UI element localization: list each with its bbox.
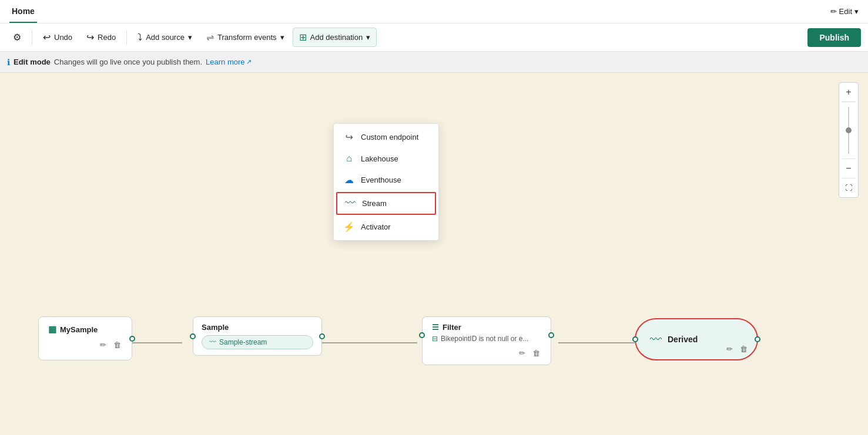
filter-output-dot xyxy=(548,332,554,338)
redo-label: Redo xyxy=(98,33,116,42)
custom-endpoint-label: Custom endpoint xyxy=(361,133,418,141)
stream-label: Stream xyxy=(362,199,387,208)
add-source-label: Add source xyxy=(146,33,185,42)
filter-edit-button[interactable]: ✏ xyxy=(518,348,527,359)
add-source-button[interactable]: ⤵ Add source ▾ xyxy=(132,29,198,46)
activator-label: Activator xyxy=(361,222,391,231)
filter-rule-icon: ⊟ xyxy=(432,335,438,343)
learn-more-label: Learn more xyxy=(206,58,244,66)
transform-events-label: Transform events xyxy=(217,33,277,42)
zoom-out-icon: − xyxy=(846,163,851,174)
settings-icon: ⚙ xyxy=(13,32,21,43)
external-link-icon: ↗ xyxy=(246,58,252,66)
redo-button[interactable]: ↪ Redo xyxy=(81,28,122,46)
filter-node-title: ☰ Filter xyxy=(432,323,541,332)
eventhouse-icon: ☁ xyxy=(343,174,355,186)
filter-icon: ☰ xyxy=(432,323,439,332)
zoom-in-icon: + xyxy=(846,87,851,97)
source-edit-button[interactable]: ✏ xyxy=(99,339,108,350)
dropdown-item-lakehouse[interactable]: ⌂ Lakehouse xyxy=(334,148,438,169)
zoom-fit-button[interactable]: ⛶ xyxy=(839,178,858,197)
stream-pill-label: Sample-stream xyxy=(219,338,267,346)
destination-delete-button[interactable]: 🗑 xyxy=(739,343,749,355)
dropdown-item-eventhouse[interactable]: ☁ Eventhouse xyxy=(334,169,438,191)
info-changes-text: Changes will go live once you publish th… xyxy=(54,58,202,66)
filter-node[interactable]: ☰ Filter ⊟ BikepointID is not null or e.… xyxy=(422,316,551,365)
stream-icon: 〰 xyxy=(344,197,356,210)
home-tab-label: Home xyxy=(12,6,35,16)
dropdown-item-stream[interactable]: 〰 Stream xyxy=(336,192,436,215)
edit-mode-label: Edit mode xyxy=(14,58,51,66)
source-node-title: ▦ MySample xyxy=(48,324,98,335)
add-source-icon: ⤵ xyxy=(138,32,142,43)
info-icon: ℹ xyxy=(7,58,10,67)
lakehouse-icon: ⌂ xyxy=(343,153,355,164)
source-node-actions: ✏ 🗑 xyxy=(99,339,122,350)
destination-node-actions: ✏ 🗑 xyxy=(725,343,749,355)
toolbar-separator-2 xyxy=(126,31,127,45)
destination-node-derived[interactable]: 〰 Derived ✏ 🗑 xyxy=(635,318,758,360)
info-bar: ℹ Edit mode Changes will go live once yo… xyxy=(0,52,868,73)
source-output-dot xyxy=(129,336,135,342)
transform-node-sample[interactable]: Sample 〰 Sample-stream xyxy=(193,316,322,356)
undo-icon: ↩ xyxy=(43,32,51,43)
filter-rule: ⊟ BikepointID is not null or e... xyxy=(432,335,541,343)
add-destination-dropdown: ↩ Custom endpoint ⌂ Lakehouse ☁ Eventhou… xyxy=(333,123,439,241)
undo-button[interactable]: ↩ Undo xyxy=(37,28,78,46)
filter-rule-label: BikepointID is not null or e... xyxy=(441,335,528,343)
dropdown-item-activator[interactable]: ⚡ Activator xyxy=(334,216,438,238)
add-source-chevron-icon: ▾ xyxy=(188,33,192,42)
zoom-controls: + − ⛶ xyxy=(839,82,859,198)
destination-input-dot xyxy=(632,336,638,342)
filter-node-actions: ✏ 🗑 xyxy=(432,348,541,359)
source-label: MySample xyxy=(60,325,98,334)
toolbar-separator-1 xyxy=(32,31,32,45)
filter-label: Filter xyxy=(443,323,461,332)
stream-pill: 〰 Sample-stream xyxy=(202,335,313,349)
lakehouse-label: Lakehouse xyxy=(361,154,398,163)
zoom-slider-track[interactable] xyxy=(848,107,849,154)
publish-button[interactable]: Publish xyxy=(807,28,861,47)
edit-button[interactable]: ✏ Edit ▾ xyxy=(830,7,859,16)
mysample-icon: ▦ xyxy=(48,324,56,335)
transform-icon: ⇌ xyxy=(206,32,214,43)
stream-pill-icon: 〰 xyxy=(209,338,216,346)
filter-input-dot xyxy=(419,332,425,338)
toolbar: ⚙ ↩ Undo ↪ Redo ⤵ Add source ▾ ⇌ Transfo… xyxy=(0,23,868,52)
redo-icon: ↪ xyxy=(86,32,94,43)
eventhouse-label: Eventhouse xyxy=(361,176,401,184)
zoom-in-button[interactable]: + xyxy=(839,83,858,102)
transform-input-dot xyxy=(190,333,196,339)
transform-output-dot xyxy=(319,333,325,339)
destination-label: Derived xyxy=(668,335,698,344)
source-node-mysample[interactable]: ▦ MySample ✏ 🗑 xyxy=(38,316,132,360)
zoom-slider-thumb[interactable] xyxy=(846,127,852,133)
edit-icon: ✏ xyxy=(830,7,837,16)
transform-chevron-icon: ▾ xyxy=(280,33,284,42)
add-destination-label: Add destination xyxy=(310,33,363,42)
transform-events-button[interactable]: ⇌ Transform events ▾ xyxy=(200,28,290,46)
title-bar: Home ✏ Edit ▾ xyxy=(0,0,868,23)
add-destination-button[interactable]: ⊞ Add destination ▾ xyxy=(293,28,377,47)
destination-edit-button[interactable]: ✏ xyxy=(725,343,734,355)
custom-endpoint-icon: ↩ xyxy=(343,131,355,143)
canvas: ▦ MySample ✏ 🗑 Sample 〰 Sample-stream ☰ … xyxy=(0,73,868,435)
edit-chevron-icon: ▾ xyxy=(854,7,859,16)
add-destination-chevron-icon: ▾ xyxy=(366,33,370,42)
transform-node-title: Sample xyxy=(202,323,313,332)
home-tab[interactable]: Home xyxy=(9,0,37,23)
publish-label: Publish xyxy=(819,33,849,42)
zoom-fit-icon: ⛶ xyxy=(845,184,852,192)
destination-icon: 〰 xyxy=(650,333,662,346)
dropdown-item-custom-endpoint[interactable]: ↩ Custom endpoint xyxy=(334,126,438,148)
zoom-out-button[interactable]: − xyxy=(839,159,858,178)
activator-icon: ⚡ xyxy=(343,221,355,232)
source-delete-button[interactable]: 🗑 xyxy=(112,339,122,350)
add-destination-icon: ⊞ xyxy=(299,32,307,43)
destination-output-dot xyxy=(755,336,760,342)
undo-label: Undo xyxy=(54,33,72,42)
settings-button[interactable]: ⚙ xyxy=(7,28,27,46)
edit-label: Edit xyxy=(839,7,852,16)
learn-more-link[interactable]: Learn more ↗ xyxy=(206,58,251,66)
filter-delete-button[interactable]: 🗑 xyxy=(531,348,541,359)
